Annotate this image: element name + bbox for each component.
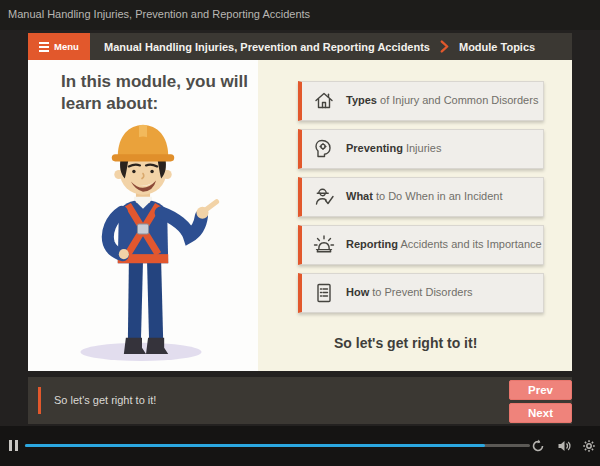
topic-button-what[interactable]: What to Do When in an Incident [298,177,544,217]
course-player: Manual Handling Injuries, Prevention and… [0,0,600,466]
hamburger-icon [39,42,49,52]
topic-label-bold: How [346,286,369,298]
caption-accent-bar [38,387,41,414]
breadcrumb-current-page: Module Topics [459,41,535,53]
slide-left-panel: In this module, you will learn about: [28,60,258,371]
window-title: Manual Handling Injuries, Prevention and… [8,8,310,20]
player-controls [0,426,600,466]
chevron-right-icon [440,40,449,53]
prev-button[interactable]: Prev [509,380,572,400]
worker-check-icon [312,185,338,209]
caption-text: So let's get right to it! [54,377,156,424]
topic-label: Types of Injury and Common Disorders [346,94,538,107]
player-topbar: Menu Manual Handling Injuries, Preventio… [28,33,572,60]
topic-label-bold: Preventing [346,142,403,154]
topic-label: Reporting Accidents and its Importance [346,238,542,251]
topic-label-bold: Reporting [346,238,398,250]
topic-label-rest: Accidents and its Importance [398,238,542,250]
seekbar[interactable] [25,444,530,447]
checklist-icon [312,281,338,305]
closing-line: So let's get right to it! [334,335,544,351]
siren-icon [312,233,338,257]
topic-label: How to Prevent Disorders [346,286,473,299]
topic-button-reporting[interactable]: Reporting Accidents and its Importance [298,225,544,265]
topic-label-rest: to Do When in an Incident [373,190,503,202]
pause-icon[interactable] [9,440,18,451]
caption-bar: So let's get right to it! [28,377,572,424]
topic-label-rest: of Injury and Common Disorders [377,94,538,106]
topic-label-bold: What [346,190,373,202]
topic-label-bold: Types [346,94,377,106]
topic-button-how[interactable]: How to Prevent Disorders [298,273,544,313]
topic-label: What to Do When in an Incident [346,190,503,203]
next-button[interactable]: Next [509,403,572,423]
head-gear-icon [312,137,338,161]
menu-button-label: Menu [54,41,79,52]
construction-worker-illustration [58,112,228,364]
seekbar-fill [25,444,485,447]
topic-label-rest: to Prevent Disorders [369,286,472,298]
topic-button-preventing[interactable]: Preventing Injuries [298,129,544,169]
topic-label: Preventing Injuries [346,142,441,155]
slide-heading: In this module, you will learn about: [61,71,266,116]
home-icon [312,89,338,113]
volume-icon[interactable] [557,439,571,453]
replay-icon[interactable] [531,439,545,453]
settings-gear-icon[interactable] [582,439,596,453]
topic-button-types[interactable]: Types of Injury and Common Disorders [298,81,544,121]
topic-list: Types of Injury and Common Disorders Pre… [298,81,544,351]
slide: In this module, you will learn about: [28,60,572,371]
topic-label-rest: Injuries [403,142,442,154]
breadcrumb-course-title: Manual Handling Injuries, Prevention and… [104,41,430,53]
menu-button[interactable]: Menu [28,33,90,60]
window-titlebar: Manual Handling Injuries, Prevention and… [0,0,600,30]
